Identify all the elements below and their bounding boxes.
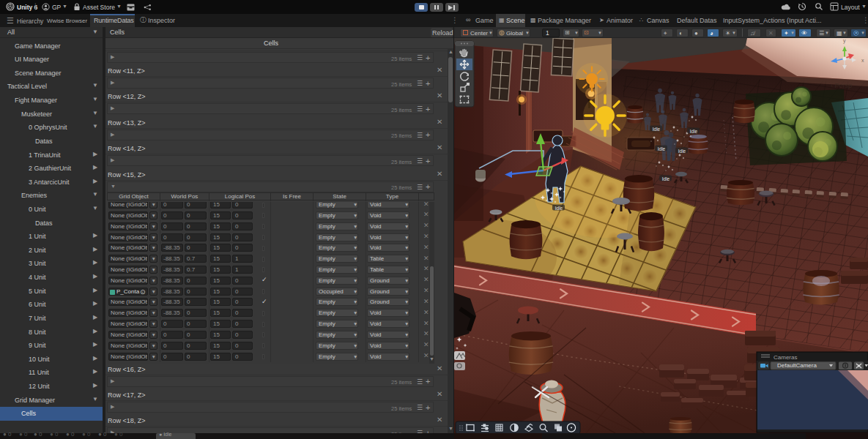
svg-text:Idle: Idle: [690, 129, 698, 134]
svg-text:Idle: Idle: [662, 176, 670, 181]
svg-text:x: x: [861, 58, 864, 63]
svg-text:y: y: [843, 38, 846, 44]
svg-text:Idle: Idle: [658, 146, 666, 151]
svg-text:Cameras: Cameras: [774, 354, 797, 361]
svg-text:Idle: Idle: [678, 149, 686, 154]
svg-text:DefaultCamera: DefaultCamera: [777, 362, 817, 369]
svg-text:Idle: Idle: [555, 206, 563, 211]
svg-text:‹ Persp: ‹ Persp: [831, 82, 852, 89]
svg-text:Idle: Idle: [653, 127, 661, 132]
